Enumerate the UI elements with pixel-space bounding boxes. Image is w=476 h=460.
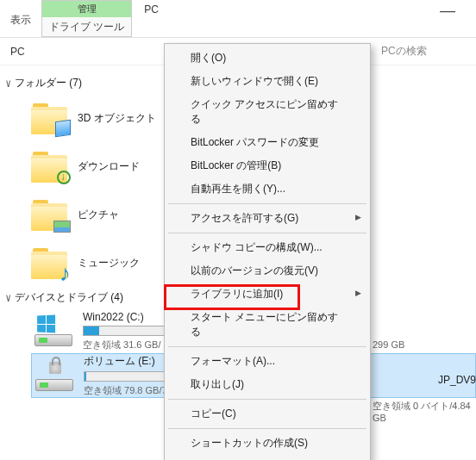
search-input[interactable]: PCの検索 — [373, 44, 476, 59]
ctx-autoplay[interactable]: 自動再生を開く(Y)... — [166, 177, 368, 201]
chevron-down-icon: ∨ — [5, 291, 11, 303]
ribbon: 表示 管理 ドライブ ツール PC — — [0, 0, 476, 38]
ctx-rename[interactable]: 名前の変更(M) — [166, 455, 368, 460]
tab-drive-tools[interactable]: ドライブ ツール — [42, 17, 131, 37]
partial-drive-right: 299 GB JP_DV9 空き領域 0 バイト/4.84 GB — [373, 339, 476, 423]
ctx-copy[interactable]: コピー(C) — [166, 402, 368, 426]
ctx-add-library[interactable]: ライブラリに追加(I) — [166, 283, 368, 306]
tab-drive-tools-group[interactable]: 管理 ドライブ ツール — [41, 0, 132, 37]
ctx-shadow-copy[interactable]: シャドウ コピーの構成(W)... — [166, 236, 368, 259]
drive-icon — [34, 315, 72, 346]
separator — [168, 346, 366, 347]
context-menu: 開く(O) 新しいウィンドウで開く(E) クイック アクセスにピン留めする Bi… — [164, 43, 371, 460]
ctx-give-access[interactable]: アクセスを許可する(G) — [166, 207, 368, 230]
storage-bar — [84, 371, 170, 382]
ctx-pin-start[interactable]: スタート メニューにピン留めする — [166, 306, 368, 344]
ctx-bitlocker-manage[interactable]: BitLocker の管理(B) — [166, 154, 368, 177]
minimize-button[interactable]: — — [419, 0, 476, 37]
ctx-eject[interactable]: 取り出し(J) — [166, 373, 368, 396]
tab-view[interactable]: 表示 — [0, 0, 41, 37]
chevron-down-icon: ∨ — [5, 77, 11, 89]
ctx-create-shortcut[interactable]: ショートカットの作成(S) — [166, 432, 368, 455]
tab-manage[interactable]: 管理 — [42, 1, 131, 17]
ctx-bitlocker-password[interactable]: BitLocker パスワードの変更 — [166, 131, 368, 154]
separator — [168, 233, 366, 233]
separator — [168, 428, 366, 429]
ctx-restore-previous[interactable]: 以前のバージョンの復元(V) — [166, 259, 368, 283]
drive-icon — [35, 360, 73, 391]
ctx-pin-quick-access[interactable]: クイック アクセスにピン留めする — [166, 93, 368, 131]
storage-bar — [83, 326, 169, 336]
breadcrumb[interactable]: PC — [0, 46, 35, 58]
separator — [168, 399, 366, 400]
folder-icon: ♪ — [31, 246, 67, 279]
ctx-open[interactable]: 開く(O) — [166, 47, 368, 70]
folder-icon — [31, 150, 67, 183]
window-title: PC — [132, 0, 171, 37]
ctx-open-new-window[interactable]: 新しいウィンドウで開く(E) — [166, 70, 368, 93]
folder-icon — [31, 102, 67, 134]
folder-icon — [31, 198, 67, 231]
separator — [168, 203, 366, 204]
ctx-format[interactable]: フォーマット(A)... — [166, 350, 368, 373]
